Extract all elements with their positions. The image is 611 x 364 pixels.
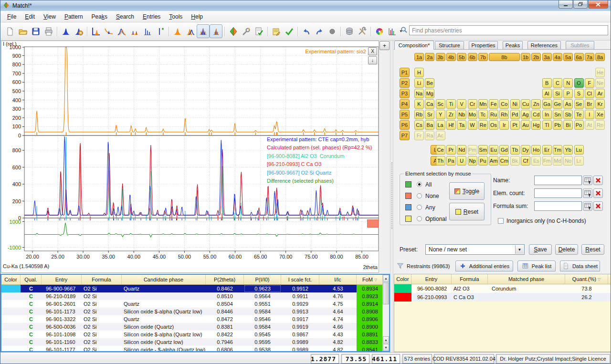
group-header-4b[interactable]: 4b	[446, 53, 456, 61]
tab-structure[interactable]: Structure	[435, 41, 464, 49]
element-Cr[interactable]: Cr	[468, 99, 477, 109]
element-Zr[interactable]: Zr	[446, 110, 456, 119]
printer-button[interactable]	[42, 24, 55, 38]
element-Ag[interactable]: Ag	[521, 110, 530, 119]
candidate-row-96-500-0036[interactable]: C 96-500-0036 O2 Si Silicon oxide (Quart…	[1, 323, 389, 331]
group-header-1b[interactable]: 1b	[521, 53, 530, 61]
element-Sr[interactable]: Sr	[425, 110, 434, 119]
element-Se[interactable]: Se	[574, 99, 584, 109]
element-Tl[interactable]: Tl	[542, 120, 552, 130]
close-button[interactable]	[588, 0, 608, 9]
report-sheet-button[interactable]	[270, 24, 283, 38]
element-Tb[interactable]: Tb	[510, 145, 520, 155]
element-Si[interactable]: Si	[553, 89, 562, 98]
radio-optional[interactable]	[417, 216, 422, 221]
element-Ru[interactable]: Ru	[489, 110, 498, 119]
element-Th[interactable]: Th	[436, 156, 445, 166]
elem-count-field[interactable]	[534, 188, 582, 198]
element-Ce[interactable]: Ce	[436, 145, 445, 155]
preset-reset-button[interactable]: Reset	[581, 244, 604, 255]
element-Pm[interactable]: Pm	[468, 145, 477, 155]
element-Co[interactable]: Co	[499, 99, 509, 109]
inorganics-checkbox[interactable]	[498, 218, 504, 224]
preset-save-button[interactable]: Save	[529, 244, 552, 255]
toolbox-button[interactable]	[356, 24, 369, 38]
period-button-P3[interactable]: P3	[400, 89, 410, 98]
element-Kr[interactable]: Kr	[595, 99, 605, 109]
move-pattern-down-button[interactable]: ↓	[368, 56, 377, 64]
group-header-8b[interactable]: 8b	[489, 53, 520, 61]
element-Nb[interactable]: Nb	[457, 110, 466, 119]
candidate-row-96-101-1177[interactable]: C 96-101-1177 O2 Si Silicon oxide - $-al…	[1, 346, 389, 352]
candidate-row-96-901-3322[interactable]: C 96-901-3322 O2 Si Quartz 0.8472 0.9546…	[1, 315, 389, 323]
element-Ho[interactable]: Ho	[531, 145, 541, 155]
element-Ge[interactable]: Ge	[553, 99, 562, 109]
element-Sb[interactable]: Sb	[563, 110, 573, 119]
menu-search[interactable]: Search	[112, 11, 138, 22]
element-Po[interactable]: Po	[574, 120, 584, 130]
column-header-entry[interactable]: Entry	[411, 274, 452, 284]
element-Sc[interactable]: Sc	[436, 99, 445, 109]
column-header-p2theta[interactable]: P(2theta)	[206, 275, 244, 284]
scroll-up2-icon[interactable]: ▲	[383, 336, 389, 343]
element-Ir[interactable]: Ir	[499, 120, 509, 130]
column-header-fom[interactable]: FoM▽	[357, 275, 383, 284]
formula-sum-clear-button[interactable]	[593, 201, 603, 211]
menu-view[interactable]: View	[39, 11, 60, 22]
candidate-row-96-101-1160[interactable]: C 96-101-1160 O2 Si Silicon oxide (Quart…	[1, 338, 389, 346]
compare-patterns-button[interactable]	[197, 24, 210, 38]
element-Cl[interactable]: Cl	[585, 89, 594, 98]
element-Pa[interactable]: Pa	[446, 156, 456, 166]
column-header-entry[interactable]: Entry	[42, 275, 82, 284]
radio-none[interactable]	[417, 193, 422, 198]
element-Hg[interactable]: Hg	[531, 120, 541, 130]
element-Pd[interactable]: Pd	[510, 110, 520, 119]
element-Dy[interactable]: Dy	[521, 145, 530, 155]
element-Er[interactable]: Er	[542, 145, 552, 155]
element-Ar[interactable]: Ar	[595, 89, 605, 98]
group-header-6a[interactable]: 6a	[574, 53, 584, 61]
element-Es[interactable]: Es	[531, 156, 541, 166]
candidate-row-96-101-1098[interactable]: C 96-101-1098 O2 Si Silicon oxide $-alph…	[1, 331, 389, 338]
element-Pb[interactable]: Pb	[553, 120, 562, 130]
tab-properties[interactable]: Properties	[469, 41, 498, 49]
scrollbar-thumb[interactable]	[383, 282, 389, 304]
element-K[interactable]: K	[414, 99, 424, 109]
element-Rn[interactable]: Rn	[595, 120, 605, 130]
menu-tools[interactable]: Tools	[165, 11, 187, 22]
element-Y[interactable]: Y	[436, 110, 445, 119]
element-Nd[interactable]: Nd	[457, 145, 466, 155]
element-Os[interactable]: Os	[489, 120, 498, 130]
column-header-iic[interactable]: I/Ic	[319, 275, 357, 284]
redo-button[interactable]	[313, 24, 326, 38]
compare-narrow-button[interactable]	[210, 24, 222, 38]
element-Re[interactable]: Re	[478, 120, 488, 130]
formula-sum-field[interactable]	[534, 201, 582, 211]
element-Ra[interactable]: Ra	[425, 131, 434, 140]
save-floppy-button[interactable]	[29, 24, 42, 38]
elem-count-select-button[interactable]	[583, 188, 592, 198]
element-Mo[interactable]: Mo	[468, 110, 477, 119]
add-peak-button[interactable]	[154, 24, 167, 38]
element-Ga[interactable]: Ga	[542, 99, 552, 109]
preset-dropdown[interactable]: None / new set▼	[425, 244, 525, 255]
element-Bk[interactable]: Bk	[510, 156, 520, 166]
matched-phases-table[interactable]: ColorEntryFormulaMatched phaseQuant.(%)▽…	[394, 274, 611, 352]
menu-pattern[interactable]: Pattern	[60, 11, 87, 22]
element-Fe[interactable]: Fe	[489, 99, 498, 109]
element-As[interactable]: As	[563, 99, 573, 109]
candidate-row-96-900-9667[interactable]: C 96-900-9667 O2 Si Quartz 0.8462 0.9623…	[1, 285, 389, 292]
element-Ba[interactable]: Ba	[425, 120, 434, 130]
tab-subfiles[interactable]: Subfiles	[566, 41, 594, 49]
element-Ca[interactable]: Ca	[425, 99, 434, 109]
column-header-quant[interactable]: Quant.(%)▽	[565, 274, 608, 284]
database-button[interactable]	[343, 24, 356, 38]
element-Ne[interactable]: Ne	[595, 78, 605, 88]
element-Br[interactable]: Br	[585, 99, 594, 109]
element-Cu[interactable]: Cu	[521, 99, 530, 109]
small-peaks-button[interactable]	[128, 24, 141, 38]
candidate-row-96-210-0189[interactable]: C 96-210-0189 O2 Si 0.8510 0.9564 0.9911…	[1, 292, 389, 300]
column-header-color[interactable]: Color	[1, 275, 21, 284]
radio-all[interactable]	[417, 182, 422, 187]
peak-settings-button[interactable]	[72, 24, 85, 38]
